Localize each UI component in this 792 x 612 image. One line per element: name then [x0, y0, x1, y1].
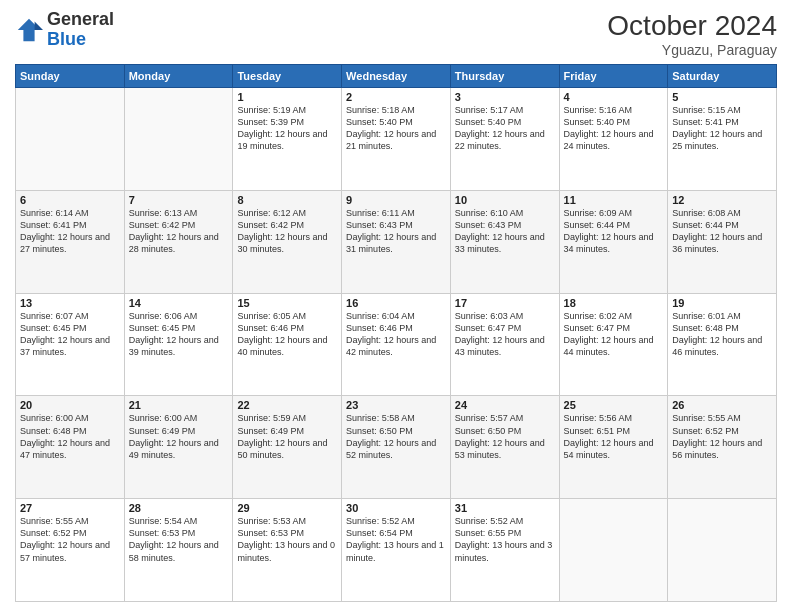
table-row: 8Sunrise: 6:12 AM Sunset: 6:42 PM Daylig…	[233, 190, 342, 293]
day-number: 3	[455, 91, 555, 103]
day-number: 9	[346, 194, 446, 206]
table-row: 26Sunrise: 5:55 AM Sunset: 6:52 PM Dayli…	[668, 396, 777, 499]
table-row: 22Sunrise: 5:59 AM Sunset: 6:49 PM Dayli…	[233, 396, 342, 499]
table-row	[16, 88, 125, 191]
day-number: 21	[129, 399, 229, 411]
table-row: 15Sunrise: 6:05 AM Sunset: 6:46 PM Dayli…	[233, 293, 342, 396]
table-row: 28Sunrise: 5:54 AM Sunset: 6:53 PM Dayli…	[124, 499, 233, 602]
table-row: 5Sunrise: 5:15 AM Sunset: 5:41 PM Daylig…	[668, 88, 777, 191]
day-number: 10	[455, 194, 555, 206]
day-number: 29	[237, 502, 337, 514]
table-row: 6Sunrise: 6:14 AM Sunset: 6:41 PM Daylig…	[16, 190, 125, 293]
day-number: 8	[237, 194, 337, 206]
day-number: 7	[129, 194, 229, 206]
table-row: 29Sunrise: 5:53 AM Sunset: 6:53 PM Dayli…	[233, 499, 342, 602]
day-info: Sunrise: 6:06 AM Sunset: 6:45 PM Dayligh…	[129, 310, 229, 359]
day-info: Sunrise: 6:12 AM Sunset: 6:42 PM Dayligh…	[237, 207, 337, 256]
table-row: 13Sunrise: 6:07 AM Sunset: 6:45 PM Dayli…	[16, 293, 125, 396]
page: General Blue October 2024 Yguazu, Paragu…	[0, 0, 792, 612]
day-info: Sunrise: 5:56 AM Sunset: 6:51 PM Dayligh…	[564, 412, 664, 461]
table-row: 27Sunrise: 5:55 AM Sunset: 6:52 PM Dayli…	[16, 499, 125, 602]
calendar-table: Sunday Monday Tuesday Wednesday Thursday…	[15, 64, 777, 602]
day-number: 31	[455, 502, 555, 514]
day-number: 20	[20, 399, 120, 411]
day-info: Sunrise: 6:04 AM Sunset: 6:46 PM Dayligh…	[346, 310, 446, 359]
day-number: 5	[672, 91, 772, 103]
day-number: 30	[346, 502, 446, 514]
day-info: Sunrise: 5:52 AM Sunset: 6:54 PM Dayligh…	[346, 515, 446, 564]
calendar-week-row: 13Sunrise: 6:07 AM Sunset: 6:45 PM Dayli…	[16, 293, 777, 396]
calendar-week-row: 1Sunrise: 5:19 AM Sunset: 5:39 PM Daylig…	[16, 88, 777, 191]
table-row	[668, 499, 777, 602]
logo: General Blue	[15, 10, 114, 50]
title-area: October 2024 Yguazu, Paraguay	[607, 10, 777, 58]
day-info: Sunrise: 5:55 AM Sunset: 6:52 PM Dayligh…	[20, 515, 120, 564]
day-info: Sunrise: 5:15 AM Sunset: 5:41 PM Dayligh…	[672, 104, 772, 153]
day-number: 6	[20, 194, 120, 206]
day-number: 27	[20, 502, 120, 514]
day-number: 25	[564, 399, 664, 411]
table-row	[559, 499, 668, 602]
table-row: 30Sunrise: 5:52 AM Sunset: 6:54 PM Dayli…	[342, 499, 451, 602]
weekday-tuesday: Tuesday	[233, 65, 342, 88]
table-row: 9Sunrise: 6:11 AM Sunset: 6:43 PM Daylig…	[342, 190, 451, 293]
day-info: Sunrise: 6:08 AM Sunset: 6:44 PM Dayligh…	[672, 207, 772, 256]
day-number: 2	[346, 91, 446, 103]
table-row: 18Sunrise: 6:02 AM Sunset: 6:47 PM Dayli…	[559, 293, 668, 396]
table-row: 16Sunrise: 6:04 AM Sunset: 6:46 PM Dayli…	[342, 293, 451, 396]
day-info: Sunrise: 5:57 AM Sunset: 6:50 PM Dayligh…	[455, 412, 555, 461]
day-info: Sunrise: 6:10 AM Sunset: 6:43 PM Dayligh…	[455, 207, 555, 256]
calendar-header-row: Sunday Monday Tuesday Wednesday Thursday…	[16, 65, 777, 88]
table-row: 10Sunrise: 6:10 AM Sunset: 6:43 PM Dayli…	[450, 190, 559, 293]
logo-blue-text: Blue	[47, 29, 86, 49]
day-number: 16	[346, 297, 446, 309]
day-info: Sunrise: 6:05 AM Sunset: 6:46 PM Dayligh…	[237, 310, 337, 359]
table-row: 7Sunrise: 6:13 AM Sunset: 6:42 PM Daylig…	[124, 190, 233, 293]
day-number: 11	[564, 194, 664, 206]
day-number: 26	[672, 399, 772, 411]
table-row: 31Sunrise: 5:52 AM Sunset: 6:55 PM Dayli…	[450, 499, 559, 602]
table-row: 20Sunrise: 6:00 AM Sunset: 6:48 PM Dayli…	[16, 396, 125, 499]
month-title: October 2024	[607, 10, 777, 42]
day-number: 14	[129, 297, 229, 309]
day-number: 4	[564, 91, 664, 103]
table-row: 4Sunrise: 5:16 AM Sunset: 5:40 PM Daylig…	[559, 88, 668, 191]
day-info: Sunrise: 6:07 AM Sunset: 6:45 PM Dayligh…	[20, 310, 120, 359]
table-row: 25Sunrise: 5:56 AM Sunset: 6:51 PM Dayli…	[559, 396, 668, 499]
table-row: 17Sunrise: 6:03 AM Sunset: 6:47 PM Dayli…	[450, 293, 559, 396]
day-info: Sunrise: 5:54 AM Sunset: 6:53 PM Dayligh…	[129, 515, 229, 564]
calendar-week-row: 27Sunrise: 5:55 AM Sunset: 6:52 PM Dayli…	[16, 499, 777, 602]
day-number: 15	[237, 297, 337, 309]
table-row: 14Sunrise: 6:06 AM Sunset: 6:45 PM Dayli…	[124, 293, 233, 396]
table-row: 12Sunrise: 6:08 AM Sunset: 6:44 PM Dayli…	[668, 190, 777, 293]
day-info: Sunrise: 6:11 AM Sunset: 6:43 PM Dayligh…	[346, 207, 446, 256]
day-info: Sunrise: 5:16 AM Sunset: 5:40 PM Dayligh…	[564, 104, 664, 153]
weekday-friday: Friday	[559, 65, 668, 88]
day-info: Sunrise: 6:03 AM Sunset: 6:47 PM Dayligh…	[455, 310, 555, 359]
day-number: 17	[455, 297, 555, 309]
day-info: Sunrise: 6:02 AM Sunset: 6:47 PM Dayligh…	[564, 310, 664, 359]
day-info: Sunrise: 5:19 AM Sunset: 5:39 PM Dayligh…	[237, 104, 337, 153]
day-number: 18	[564, 297, 664, 309]
day-info: Sunrise: 5:17 AM Sunset: 5:40 PM Dayligh…	[455, 104, 555, 153]
day-info: Sunrise: 6:14 AM Sunset: 6:41 PM Dayligh…	[20, 207, 120, 256]
day-info: Sunrise: 5:53 AM Sunset: 6:53 PM Dayligh…	[237, 515, 337, 564]
calendar-week-row: 20Sunrise: 6:00 AM Sunset: 6:48 PM Dayli…	[16, 396, 777, 499]
day-number: 1	[237, 91, 337, 103]
day-info: Sunrise: 6:00 AM Sunset: 6:49 PM Dayligh…	[129, 412, 229, 461]
day-info: Sunrise: 6:00 AM Sunset: 6:48 PM Dayligh…	[20, 412, 120, 461]
day-info: Sunrise: 6:09 AM Sunset: 6:44 PM Dayligh…	[564, 207, 664, 256]
logo-text: General Blue	[47, 10, 114, 50]
day-number: 22	[237, 399, 337, 411]
weekday-thursday: Thursday	[450, 65, 559, 88]
day-number: 19	[672, 297, 772, 309]
weekday-saturday: Saturday	[668, 65, 777, 88]
table-row: 23Sunrise: 5:58 AM Sunset: 6:50 PM Dayli…	[342, 396, 451, 499]
day-number: 24	[455, 399, 555, 411]
day-number: 23	[346, 399, 446, 411]
header: General Blue October 2024 Yguazu, Paragu…	[15, 10, 777, 58]
logo-icon	[15, 16, 43, 44]
day-info: Sunrise: 5:55 AM Sunset: 6:52 PM Dayligh…	[672, 412, 772, 461]
location-subtitle: Yguazu, Paraguay	[607, 42, 777, 58]
table-row: 24Sunrise: 5:57 AM Sunset: 6:50 PM Dayli…	[450, 396, 559, 499]
